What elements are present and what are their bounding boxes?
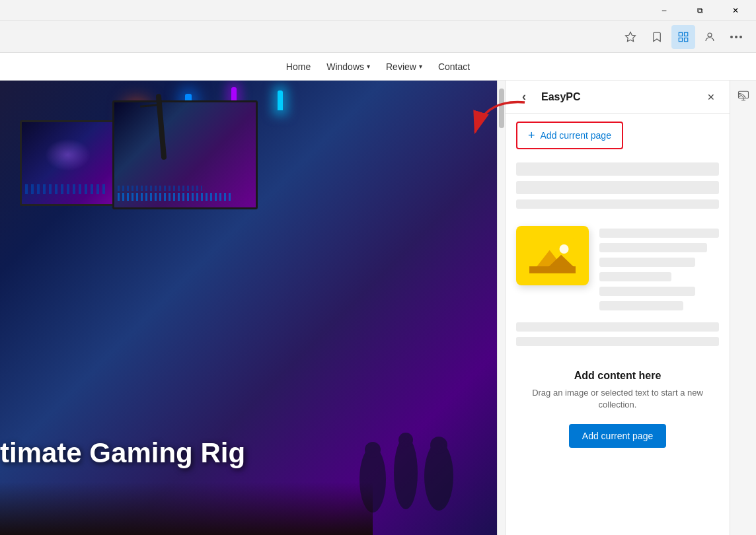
placeholder-cards-section [506,157,730,219]
svg-point-14 [430,437,447,454]
web-content-area: timate Gaming Rig [0,81,505,535]
close-button[interactable]: ✕ [720,0,751,21]
text-ph-5 [599,287,695,296]
svg-point-17 [560,244,569,254]
collections-icon[interactable] [671,25,695,49]
text-placeholder-block [599,226,719,310]
bot-row-1 [516,322,719,332]
hero-section: timate Gaming Rig [0,81,505,535]
bottom-placeholder-section [506,317,730,357]
panel-back-button[interactable]: ‹ [513,87,535,108]
restore-button[interactable]: ⧉ [685,0,715,21]
monitor-main [112,100,258,209]
profile-icon[interactable] [698,25,722,49]
svg-marker-0 [626,32,636,41]
scrollbar-thumb[interactable] [499,89,504,128]
bot-row-2 [516,337,719,346]
navigation-bar: Home Windows ▾ Review ▾ Contact [0,53,756,81]
nav-review[interactable]: Review ▾ [386,61,422,72]
add-content-title: Add content here [516,370,719,382]
plus-icon: + [528,129,535,141]
text-ph-2 [599,243,707,252]
title-bar: – ⧉ ✕ [0,0,756,21]
scrollbar[interactable] [497,81,505,535]
stage-light-cyan [278,90,283,110]
svg-rect-20 [529,266,576,273]
minimize-button[interactable]: – [649,0,679,21]
placeholder-card-1 [516,162,719,176]
svg-point-8 [739,36,742,38]
hero-text: timate Gaming Rig [0,437,245,469]
panel-header: ‹ EasyPC ✕ [506,81,730,114]
collections-panel: ‹ EasyPC ✕ + Add current page [505,81,730,535]
panel-header-left: ‹ EasyPC [513,87,581,108]
panel-title: EasyPC [541,91,581,103]
menu-icon[interactable] [724,25,748,49]
text-ph-3 [599,258,695,267]
image-placeholder-block [516,226,589,285]
nav-home[interactable]: Home [286,61,311,72]
svg-point-6 [730,36,733,38]
svg-rect-2 [685,32,688,36]
panel-close-button[interactable]: ✕ [700,87,722,108]
content-image-row [506,219,730,317]
bottom-gradient [0,482,373,535]
svg-rect-4 [685,38,688,41]
bot-ph-1 [516,322,719,332]
text-ph-6 [599,301,683,310]
svg-point-5 [708,33,712,37]
favorites-icon[interactable] [619,25,642,49]
browser-toolbar [0,21,756,53]
svg-rect-1 [679,32,682,36]
add-current-page-bottom-button[interactable]: Add current page [569,424,666,448]
nav-links: Home Windows ▾ Review ▾ Contact [286,61,470,72]
panel-inner-content[interactable]: Add content here Drag an image or select… [506,157,730,461]
panel-content: Add content here Drag an image or select… [506,157,730,535]
placeholder-card-2 [516,181,719,194]
main-layout: timate Gaming Rig ‹ EasyPC [0,81,756,535]
add-page-label: Add current page [541,130,611,141]
image-placeholder-icon [516,226,589,285]
add-content-desc: Drag an image or selected text to start … [516,387,719,411]
cast-icon[interactable] [734,86,753,106]
placeholder-row-2 [516,181,719,194]
svg-point-10 [365,442,381,458]
placeholder-row-1 [516,162,719,176]
nav-windows[interactable]: Windows ▾ [326,61,370,72]
monitor-setup [20,100,218,246]
svg-rect-3 [679,38,682,41]
placeholder-row-3 [516,199,719,209]
placeholder-card-3 [516,199,719,209]
add-content-section: Add content here Drag an image or select… [506,357,730,461]
nav-contact[interactable]: Contact [438,61,470,72]
svg-point-11 [394,437,418,509]
svg-point-7 [735,36,737,38]
reading-list-icon[interactable] [645,25,669,49]
bot-ph-2 [516,337,719,346]
svg-point-12 [398,433,413,447]
text-ph-1 [599,229,719,238]
panel-right-strip [730,81,756,535]
text-ph-4 [599,272,671,281]
add-current-page-top-button[interactable]: + Add current page [516,122,623,149]
add-page-section: + Add current page [506,114,730,157]
